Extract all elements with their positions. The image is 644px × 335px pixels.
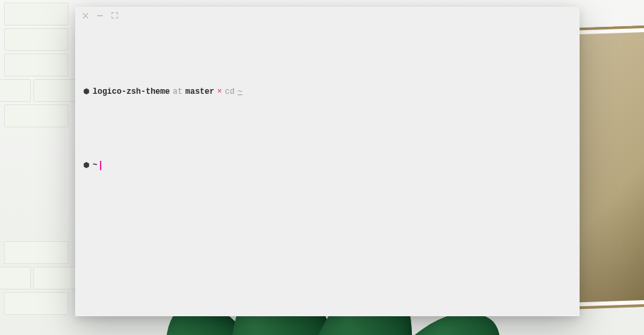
titlebar[interactable] xyxy=(75,7,580,24)
prompt-line-current[interactable]: ⬢ ~ xyxy=(83,158,572,173)
prompt-branch: master xyxy=(185,84,214,99)
typed-command-arg: ~ xyxy=(237,84,242,99)
minimize-icon[interactable] xyxy=(97,12,103,19)
prompt-line-history: ⬢ logico-zsh-theme at master × cd ~ xyxy=(83,84,572,99)
maximize-icon[interactable] xyxy=(111,12,118,19)
terminal-window[interactable]: ⬢ logico-zsh-theme at master × cd ~ ⬢ ~ xyxy=(75,7,580,316)
prompt-bullet-icon: ⬢ xyxy=(83,158,93,173)
prompt-bullet-icon: ⬢ xyxy=(83,84,93,99)
typed-command: cd xyxy=(225,84,234,99)
git-dirty-icon: × xyxy=(217,84,222,99)
text-cursor xyxy=(100,161,101,170)
prompt-cwd: ~ xyxy=(93,158,97,173)
prompt-separator: at xyxy=(173,84,182,99)
close-icon[interactable] xyxy=(82,12,89,19)
terminal-body[interactable]: ⬢ logico-zsh-theme at master × cd ~ ⬢ ~ xyxy=(75,7,580,225)
prompt-cwd: logico-zsh-theme xyxy=(93,84,170,99)
